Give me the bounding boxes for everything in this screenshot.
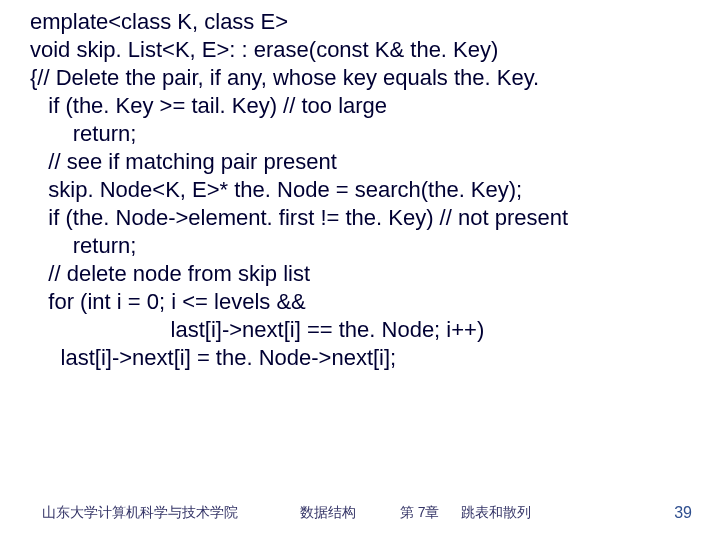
- code-line: return;: [30, 121, 136, 146]
- code-line: if (the. Key >= tail. Key) // too large: [30, 93, 387, 118]
- footer-chapter: 第 7章: [400, 504, 440, 522]
- footer-course: 数据结构: [300, 504, 356, 522]
- page-number: 39: [674, 504, 692, 522]
- code-line: void skip. List<K, E>: : erase(const K& …: [30, 37, 498, 62]
- code-block: emplate<class K, class E> void skip. Lis…: [30, 8, 690, 372]
- code-line: skip. Node<K, E>* the. Node = search(the…: [30, 177, 522, 202]
- code-line: emplate<class K, class E>: [30, 9, 288, 34]
- code-line: last[i]->next[i] = the. Node->next[i];: [30, 345, 396, 370]
- footer-topic: 跳表和散列: [461, 504, 531, 522]
- code-line: for (int i = 0; i <= levels &&: [30, 289, 306, 314]
- code-line: last[i]->next[i] == the. Node; i++): [30, 317, 484, 342]
- code-line: return;: [30, 233, 136, 258]
- code-line: if (the. Node->element. first != the. Ke…: [30, 205, 568, 230]
- code-line: // see if matching pair present: [30, 149, 337, 174]
- footer-org: 山东大学计算机科学与技术学院: [42, 504, 238, 522]
- slide-footer: 山东大学计算机科学与技术学院 数据结构 第 7章 跳表和散列: [0, 504, 720, 522]
- code-line: // delete node from skip list: [30, 261, 310, 286]
- code-line: {// Delete the pair, if any, whose key e…: [30, 65, 539, 90]
